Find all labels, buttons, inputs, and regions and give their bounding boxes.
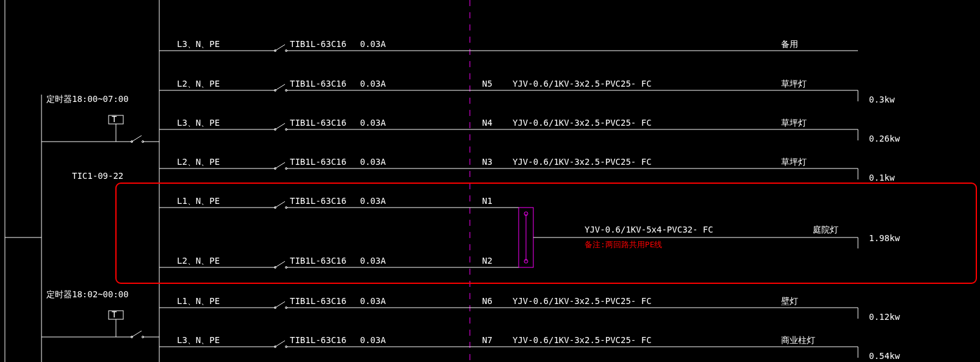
amp-label: 0.03A: [360, 256, 386, 266]
phase-label: L3、N、PE: [177, 335, 220, 345]
load-label: 草坪灯: [781, 79, 807, 89]
combined-power: 1.98kw: [869, 233, 900, 243]
power-label: 0.3kw: [869, 95, 895, 104]
cable-label: YJV-0.6/1KV-3x2.5-PVC25- FC: [513, 296, 652, 306]
cable-label: YJV-0.6/1KV-3x2.5-PVC25- FC: [513, 335, 652, 345]
svg-line-43: [275, 123, 285, 129]
circuit-id: N4: [482, 118, 492, 128]
svg-line-81: [275, 341, 285, 347]
amp-label: 0.03A: [360, 118, 386, 128]
circuit-id: N1: [482, 196, 492, 206]
load-label: 草坪灯: [781, 118, 807, 128]
circuit-id: N7: [482, 335, 492, 345]
phase-label: L1、N、PE: [177, 196, 220, 206]
power-label: 0.12kw: [869, 312, 900, 322]
svg-line-20: [132, 331, 142, 337]
breaker-label: TIB1L-63C16: [290, 256, 347, 266]
svg-line-59: [275, 201, 285, 208]
circuit-id: N2: [482, 256, 492, 266]
phase-label: L3、N、PE: [177, 118, 220, 128]
svg-line-28: [275, 45, 285, 51]
svg-line-51: [275, 162, 285, 168]
load-label: 壁灯: [781, 296, 798, 306]
breaker-label: TIB1L-63C16: [290, 118, 347, 128]
power-label: 0.54kw: [869, 351, 900, 361]
electrical-diagram: 定时器18:00~07:00TTIC1-09-22定时器18:02~00:00T…: [0, 0, 980, 362]
phase-label: L2、N、PE: [177, 256, 220, 266]
svg-line-73: [275, 302, 285, 308]
amp-label: 0.03A: [360, 79, 386, 89]
amp-label: 0.03A: [360, 157, 386, 167]
phase-label: L3、N、PE: [177, 39, 220, 49]
timer1-id: TIC1-09-22: [72, 171, 123, 181]
phase-label: L1、N、PE: [177, 296, 220, 306]
load-label: 草坪灯: [781, 157, 807, 167]
combined-cable: YJV-0.6/1KV-5x4-PVC32- FC: [585, 225, 713, 234]
svg-text:T: T: [112, 114, 117, 124]
cable-label: YJV-0.6/1KV-3x2.5-PVC25- FC: [513, 79, 652, 89]
breaker-label: TIB1L-63C16: [290, 296, 347, 306]
cable-label: YJV-0.6/1KV-3x2.5-PVC25- FC: [513, 157, 652, 167]
power-label: 0.1kw: [869, 173, 895, 183]
load-label: 备用: [781, 39, 798, 49]
amp-label: 0.03A: [360, 196, 386, 206]
load-label: 商业柱灯: [781, 335, 815, 345]
combined-note: 备注:两回路共用PE线: [585, 240, 662, 249]
phase-label: L2、N、PE: [177, 157, 220, 167]
cable-label: YJV-0.6/1KV-3x2.5-PVC25- FC: [513, 118, 652, 128]
breaker-label: TIB1L-63C16: [290, 79, 347, 89]
svg-line-66: [275, 261, 285, 267]
breaker-label: TIB1L-63C16: [290, 196, 347, 206]
power-label: 0.26kw: [869, 134, 900, 143]
highlight-box: [116, 183, 976, 283]
combined-load: 庭院灯: [813, 225, 838, 234]
breaker-label: TIB1L-63C16: [290, 335, 347, 345]
phase-label: L2、N、PE: [177, 79, 220, 89]
timer2-label: 定时器18:02~00:00: [46, 289, 129, 299]
circuit-id: N6: [482, 296, 492, 306]
amp-label: 0.03A: [360, 39, 386, 49]
svg-text:T: T: [112, 310, 117, 319]
svg-line-35: [275, 84, 285, 90]
timer1-label: 定时器18:00~07:00: [46, 94, 129, 104]
circuit-id: N5: [482, 79, 492, 89]
circuit-id: N3: [482, 157, 492, 167]
amp-label: 0.03A: [360, 335, 386, 345]
amp-label: 0.03A: [360, 296, 386, 306]
breaker-label: TIB1L-63C16: [290, 39, 347, 49]
svg-line-10: [132, 136, 142, 142]
breaker-label: TIB1L-63C16: [290, 157, 347, 167]
